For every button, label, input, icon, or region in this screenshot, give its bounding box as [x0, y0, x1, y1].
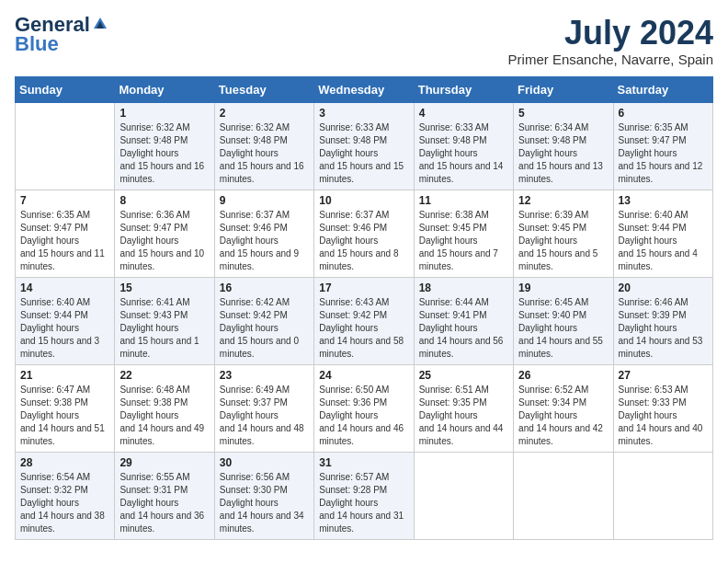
calendar-cell: 28 Sunrise: 6:54 AMSunset: 9:32 PMDaylig…: [16, 452, 115, 539]
cell-info: Sunrise: 6:41 AMSunset: 9:43 PMDaylight …: [119, 297, 199, 359]
cell-info: Sunrise: 6:44 AMSunset: 9:41 PMDaylight …: [419, 297, 504, 359]
day-number: 6: [619, 107, 708, 120]
calendar-cell: 3 Sunrise: 6:33 AMSunset: 9:48 PMDayligh…: [314, 102, 414, 190]
header-row: Sunday Monday Tuesday Wednesday Thursday…: [16, 76, 713, 102]
col-thursday: Thursday: [414, 76, 513, 102]
day-number: 18: [419, 282, 508, 294]
calendar-cell: 10 Sunrise: 6:37 AMSunset: 9:46 PMDaylig…: [314, 190, 414, 277]
day-number: 26: [518, 369, 608, 382]
cell-info: Sunrise: 6:33 AMSunset: 9:48 PMDaylight …: [319, 122, 404, 184]
day-number: 8: [119, 194, 209, 207]
cell-info: Sunrise: 6:43 AMSunset: 9:42 PMDaylight …: [319, 297, 404, 359]
cell-info: Sunrise: 6:37 AMSunset: 9:46 PMDaylight …: [319, 210, 398, 271]
cell-info: Sunrise: 6:32 AMSunset: 9:48 PMDaylight …: [119, 122, 204, 184]
col-sunday: Sunday: [16, 76, 115, 102]
cell-info: Sunrise: 6:56 AMSunset: 9:30 PMDaylight …: [220, 472, 304, 534]
calendar-cell: 30 Sunrise: 6:56 AMSunset: 9:30 PMDaylig…: [214, 452, 313, 539]
day-number: 4: [419, 107, 508, 120]
day-number: 30: [220, 456, 309, 469]
day-number: 2: [220, 107, 309, 120]
cell-info: Sunrise: 6:35 AMSunset: 9:47 PMDaylight …: [20, 210, 105, 271]
cell-info: Sunrise: 6:33 AMSunset: 9:48 PMDaylight …: [419, 122, 504, 184]
calendar-cell: 8 Sunrise: 6:36 AMSunset: 9:47 PMDayligh…: [115, 190, 214, 277]
calendar-cell: 13 Sunrise: 6:40 AMSunset: 9:44 PMDaylig…: [613, 190, 712, 277]
calendar-cell: 16 Sunrise: 6:42 AMSunset: 9:42 PMDaylig…: [214, 277, 313, 364]
cell-info: Sunrise: 6:32 AMSunset: 9:48 PMDaylight …: [220, 122, 304, 184]
header: General Blue July 2024 Primer Ensanche, …: [15, 15, 713, 67]
calendar-week-4: 28 Sunrise: 6:54 AMSunset: 9:32 PMDaylig…: [16, 452, 713, 539]
day-number: 20: [619, 282, 708, 294]
page: General Blue July 2024 Primer Ensanche, …: [0, 0, 728, 549]
calendar-week-2: 14 Sunrise: 6:40 AMSunset: 9:44 PMDaylig…: [16, 277, 713, 364]
title-block: July 2024 Primer Ensanche, Navarre, Spai…: [508, 15, 713, 67]
col-friday: Friday: [514, 76, 613, 102]
calendar-cell: 21 Sunrise: 6:47 AMSunset: 9:38 PMDaylig…: [16, 364, 115, 452]
day-number: 3: [319, 107, 408, 120]
cell-info: Sunrise: 6:47 AMSunset: 9:38 PMDaylight …: [20, 385, 105, 446]
calendar-cell: 25 Sunrise: 6:51 AMSunset: 9:35 PMDaylig…: [414, 364, 513, 452]
calendar-cell: 18 Sunrise: 6:44 AMSunset: 9:41 PMDaylig…: [414, 277, 513, 364]
calendar-cell: 20 Sunrise: 6:46 AMSunset: 9:39 PMDaylig…: [613, 277, 712, 364]
cell-info: Sunrise: 6:38 AMSunset: 9:45 PMDaylight …: [419, 210, 498, 271]
cell-info: Sunrise: 6:52 AMSunset: 9:34 PMDaylight …: [518, 385, 603, 446]
col-monday: Monday: [115, 76, 214, 102]
calendar-cell: 22 Sunrise: 6:48 AMSunset: 9:38 PMDaylig…: [115, 364, 214, 452]
day-number: 11: [419, 194, 508, 207]
day-number: 21: [20, 369, 109, 382]
cell-info: Sunrise: 6:48 AMSunset: 9:38 PMDaylight …: [119, 385, 204, 446]
cell-info: Sunrise: 6:57 AMSunset: 9:28 PMDaylight …: [319, 472, 404, 534]
cell-info: Sunrise: 6:39 AMSunset: 9:45 PMDaylight …: [518, 210, 597, 271]
calendar-cell: 26 Sunrise: 6:52 AMSunset: 9:34 PMDaylig…: [514, 364, 613, 452]
cell-info: Sunrise: 6:55 AMSunset: 9:31 PMDaylight …: [119, 472, 204, 534]
cell-info: Sunrise: 6:49 AMSunset: 9:37 PMDaylight …: [220, 385, 304, 446]
calendar-cell: 5 Sunrise: 6:34 AMSunset: 9:48 PMDayligh…: [514, 102, 613, 190]
day-number: 31: [319, 456, 408, 469]
cell-info: Sunrise: 6:53 AMSunset: 9:33 PMDaylight …: [619, 385, 703, 446]
day-number: 9: [220, 194, 309, 207]
day-number: 27: [619, 369, 708, 382]
day-number: 12: [518, 194, 608, 207]
calendar-cell: 9 Sunrise: 6:37 AMSunset: 9:46 PMDayligh…: [214, 190, 313, 277]
calendar-cell: 14 Sunrise: 6:40 AMSunset: 9:44 PMDaylig…: [16, 277, 115, 364]
calendar-cell: [16, 102, 115, 190]
logo-icon: [92, 16, 108, 32]
day-number: 15: [119, 282, 209, 294]
calendar-cell: 15 Sunrise: 6:41 AMSunset: 9:43 PMDaylig…: [115, 277, 214, 364]
cell-info: Sunrise: 6:46 AMSunset: 9:39 PMDaylight …: [619, 297, 703, 359]
cell-info: Sunrise: 6:42 AMSunset: 9:42 PMDaylight …: [220, 297, 299, 359]
calendar-table: Sunday Monday Tuesday Wednesday Thursday…: [15, 76, 713, 540]
day-number: 1: [119, 107, 209, 120]
calendar-cell: 23 Sunrise: 6:49 AMSunset: 9:37 PMDaylig…: [214, 364, 313, 452]
logo: General Blue: [15, 15, 108, 56]
cell-info: Sunrise: 6:54 AMSunset: 9:32 PMDaylight …: [20, 472, 105, 534]
cell-info: Sunrise: 6:45 AMSunset: 9:40 PMDaylight …: [518, 297, 603, 359]
day-number: 28: [20, 456, 109, 469]
cell-info: Sunrise: 6:37 AMSunset: 9:46 PMDaylight …: [220, 210, 299, 271]
month-year: July 2024: [508, 15, 713, 52]
day-number: 13: [619, 194, 708, 207]
cell-info: Sunrise: 6:35 AMSunset: 9:47 PMDaylight …: [619, 122, 703, 184]
cell-info: Sunrise: 6:34 AMSunset: 9:48 PMDaylight …: [518, 122, 603, 184]
calendar-cell: 17 Sunrise: 6:43 AMSunset: 9:42 PMDaylig…: [314, 277, 414, 364]
col-tuesday: Tuesday: [214, 76, 313, 102]
day-number: 19: [518, 282, 608, 294]
calendar-cell: 27 Sunrise: 6:53 AMSunset: 9:33 PMDaylig…: [613, 364, 712, 452]
day-number: 29: [119, 456, 209, 469]
day-number: 14: [20, 282, 109, 294]
cell-info: Sunrise: 6:50 AMSunset: 9:36 PMDaylight …: [319, 385, 404, 446]
day-number: 10: [319, 194, 408, 207]
calendar-week-3: 21 Sunrise: 6:47 AMSunset: 9:38 PMDaylig…: [16, 364, 713, 452]
day-number: 16: [220, 282, 309, 294]
cell-info: Sunrise: 6:40 AMSunset: 9:44 PMDaylight …: [619, 210, 698, 271]
calendar-cell: [514, 452, 613, 539]
day-number: 5: [518, 107, 608, 120]
cell-info: Sunrise: 6:40 AMSunset: 9:44 PMDaylight …: [20, 297, 99, 359]
calendar-cell: 24 Sunrise: 6:50 AMSunset: 9:36 PMDaylig…: [314, 364, 414, 452]
day-number: 7: [20, 194, 109, 207]
col-saturday: Saturday: [613, 76, 712, 102]
calendar-cell: 6 Sunrise: 6:35 AMSunset: 9:47 PMDayligh…: [613, 102, 712, 190]
calendar-cell: [414, 452, 513, 539]
day-number: 23: [220, 369, 309, 382]
col-wednesday: Wednesday: [314, 76, 414, 102]
calendar-cell: 12 Sunrise: 6:39 AMSunset: 9:45 PMDaylig…: [514, 190, 613, 277]
